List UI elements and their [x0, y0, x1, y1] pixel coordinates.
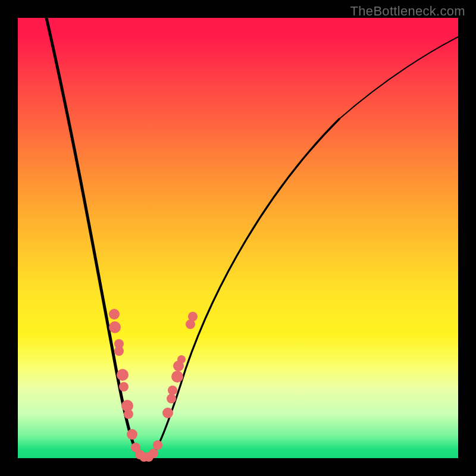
watermark-text: TheBottleneck.com [350, 4, 465, 19]
marker [188, 312, 198, 321]
curve-svg [18, 18, 458, 458]
marker [124, 409, 133, 419]
marker [119, 382, 129, 392]
marker [177, 355, 186, 364]
curve-right-thin [339, 37, 458, 119]
curve-right-mid [146, 119, 339, 458]
marker [149, 449, 158, 458]
marker [153, 440, 162, 450]
marker [117, 369, 129, 381]
curve-left-thick [46, 18, 146, 458]
marker [162, 408, 173, 418]
marker [109, 309, 120, 320]
markers-group [109, 309, 198, 462]
marker [127, 429, 137, 440]
chart-frame: TheBottleneck.com [0, 0, 476, 476]
marker [114, 346, 124, 356]
marker [168, 386, 177, 395]
marker [109, 321, 121, 333]
marker [167, 394, 176, 403]
marker [171, 371, 183, 383]
plot-area [18, 18, 458, 458]
